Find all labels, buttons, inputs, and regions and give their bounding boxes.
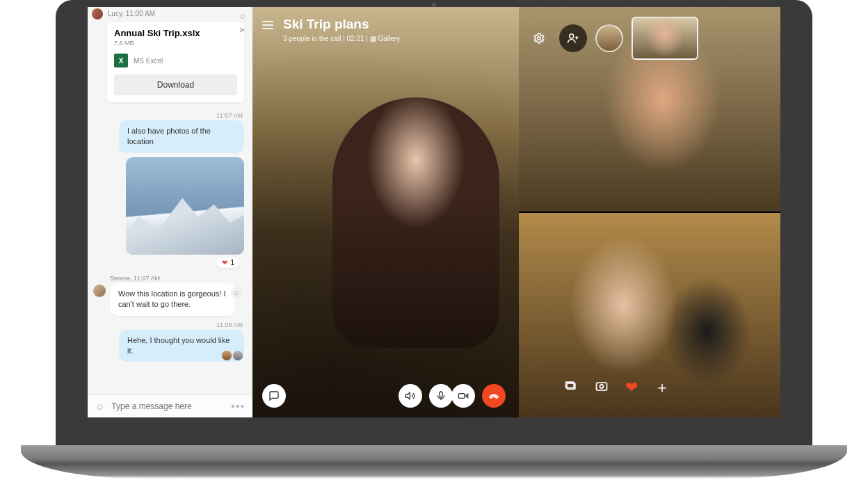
message-in-1-text: Wow this location is gorgeous! I can't w…: [118, 289, 225, 308]
sender-lucy-header: Lucy, 11:00 AM: [88, 7, 252, 21]
file-app-name: MS Excel: [134, 57, 163, 65]
svg-rect-2: [440, 392, 442, 397]
timestamp-1107: 11:07 AM: [88, 111, 252, 120]
call-title: Ski Trip plans: [283, 17, 400, 32]
seen-avatar-2: [233, 351, 243, 360]
svg-rect-3: [458, 394, 465, 399]
participant-avatar-badge[interactable]: [595, 24, 623, 52]
call-pane: Ski Trip plans 3 people in the call | 02…: [252, 7, 780, 417]
file-name: Annual Ski Trip.xslx: [114, 28, 237, 38]
file-attachment-card[interactable]: Annual Ski Trip.xslx 7,6 MB X MS Excel D…: [107, 22, 244, 102]
sender-serena-label: Serena, 11:07 AM: [110, 273, 235, 283]
photo-attachment[interactable]: [126, 157, 244, 255]
mountain-photo-content: [126, 192, 244, 255]
chat-pane: ☺ ➤ Lucy, 11:00 AM Annual Ski Trip.xslx …: [88, 7, 252, 417]
message-in-1[interactable]: Wow this location is gorgeous! I can't w…: [110, 283, 235, 316]
menu-icon[interactable]: [262, 17, 273, 29]
react-icon[interactable]: ☺: [239, 11, 247, 21]
participant-tile-1[interactable]: [519, 7, 780, 211]
avatar-serena: [93, 285, 106, 297]
mic-button[interactable]: [429, 384, 453, 408]
sender-lucy-label: Lucy, 11:00 AM: [108, 10, 155, 17]
laptop-base: [21, 445, 847, 479]
chat-toggle-button[interactable]: [262, 384, 286, 408]
excel-icon: X: [114, 54, 128, 67]
seen-avatar-1: [222, 351, 232, 360]
self-view[interactable]: [632, 17, 698, 60]
svg-point-0: [538, 37, 541, 40]
message-composer: ☺ •••: [88, 394, 252, 417]
participant-tile-2[interactable]: [519, 213, 780, 417]
app-screen: ☺ ➤ Lucy, 11:00 AM Annual Ski Trip.xslx …: [88, 7, 780, 417]
message-input[interactable]: [111, 401, 224, 411]
send-icon[interactable]: ➤: [239, 25, 247, 35]
call-top-actions: [527, 17, 698, 60]
speaker-button[interactable]: [399, 384, 422, 408]
message-out-1[interactable]: I also have photos of the location: [119, 120, 244, 153]
composer-more-icon[interactable]: •••: [231, 401, 246, 412]
avatar-lucy: [92, 8, 103, 19]
laptop-frame: ☺ ➤ Lucy, 11:00 AM Annual Ski Trip.xslx …: [56, 0, 812, 459]
main-video-tile: Ski Trip plans 3 people in the call | 02…: [252, 7, 519, 417]
heart-icon: ❤: [222, 259, 227, 266]
add-person-icon[interactable]: [559, 24, 587, 52]
emoji-picker-icon[interactable]: ☺: [95, 401, 104, 412]
call-subtitle: 3 people in the call | 02:21 | ▦ Gallery: [283, 35, 400, 42]
settings-icon[interactable]: [527, 26, 551, 50]
video-grid-right: [519, 7, 780, 417]
hangup-button[interactable]: [482, 384, 506, 408]
reaction-count: 1: [230, 259, 234, 266]
chat-header-actions: ☺ ➤: [239, 11, 247, 35]
camera-button[interactable]: [451, 384, 475, 408]
file-size: 7,6 MB: [114, 40, 237, 47]
file-app-row: X MS Excel: [114, 54, 237, 67]
svg-point-1: [570, 34, 574, 38]
call-header: Ski Trip plans 3 people in the call | 02…: [262, 17, 400, 42]
react-button[interactable]: ☺: [231, 287, 242, 298]
timestamp-1108: 11:08 AM: [88, 320, 252, 330]
download-button[interactable]: Download: [114, 74, 237, 95]
reaction-pill[interactable]: ❤ 1: [216, 257, 240, 268]
